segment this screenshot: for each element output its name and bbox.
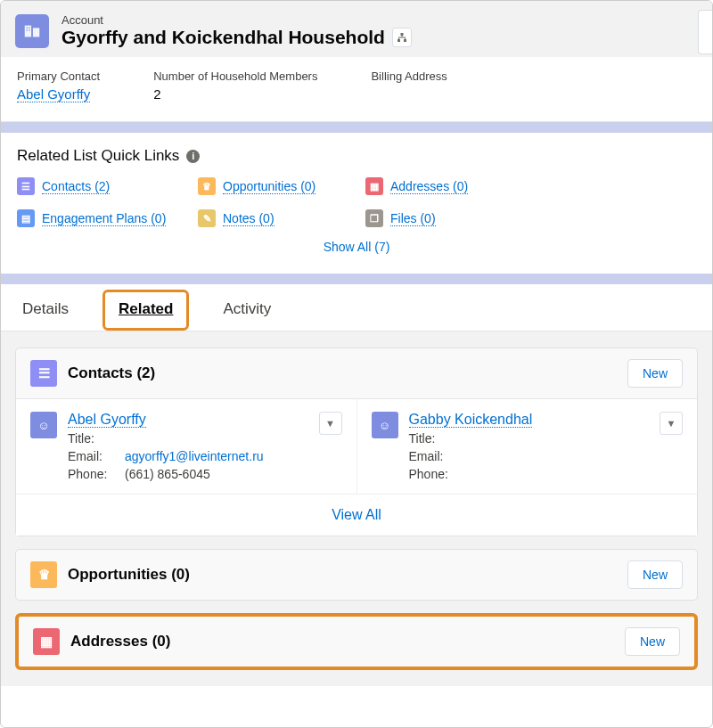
highlights-panel: Primary Contact Abel Gyorffy Number of H… [1,57,712,122]
addresses-icon: ▦ [33,628,60,655]
svg-rect-4 [27,29,28,30]
divider [1,274,712,284]
info-icon[interactable]: i [186,150,200,163]
quick-links-title: Related List Quick Links [17,147,179,165]
tab-related[interactable]: Related [111,284,180,331]
tab-bar: Details Related Activity [1,284,712,331]
view-all-contacts-link[interactable]: View All [332,507,381,522]
addresses-link[interactable]: Addresses (0) [390,179,468,194]
svg-rect-3 [29,27,29,28]
divider [1,122,712,133]
files-icon: ❐ [365,209,383,227]
members-label: Number of Household Members [153,70,317,83]
account-title: Gyorffy and Koickendhal Household [61,27,385,48]
addresses-card-title: Addresses (0) [70,633,170,650]
engagement-plans-link[interactable]: Engagement Plans (0) [42,211,166,226]
svg-rect-0 [25,25,31,37]
show-all-link[interactable]: Show All (7) [324,240,390,254]
contact-email-link[interactable]: agyorffy1@liveinternet.ru [125,449,264,463]
svg-rect-8 [404,39,406,42]
contact-card: ☺ Abel Gyorffy Title: Email:agyorffy1@li… [16,399,356,494]
svg-rect-1 [33,28,39,37]
members-value: 2 [153,86,317,102]
record-type-label: Account [61,13,412,27]
svg-rect-7 [397,39,400,42]
contacts-card: ☰ Contacts (2) New ☺ Abel Gyorffy Title:… [15,348,698,536]
primary-contact-label: Primary Contact [17,70,100,83]
contact-phone: (661) 865-6045 [125,467,210,481]
hierarchy-icon[interactable] [392,28,412,47]
header-action-button[interactable] [698,10,712,54]
opportunities-card: ♛ Opportunities (0) New [15,549,698,601]
addresses-icon: ▦ [365,177,383,195]
primary-contact-link[interactable]: Abel Gyorffy [17,86,90,102]
tab-details[interactable]: Details [15,284,76,331]
contact-icon: ☺ [372,412,398,438]
notes-link[interactable]: Notes (0) [223,211,275,226]
opportunities-icon: ♛ [30,561,57,588]
new-address-button[interactable]: New [625,627,680,656]
related-list-quick-links: Related List Quick Links i ☰Contacts (2)… [1,133,712,274]
svg-rect-2 [27,27,28,28]
opportunities-link[interactable]: Opportunities (0) [223,179,316,194]
files-link[interactable]: Files (0) [390,211,436,226]
account-header: Account Gyorffy and Koickendhal Househol… [1,1,712,57]
contact-name-link[interactable]: Abel Gyorffy [68,412,146,428]
contact-name-link[interactable]: Gabby Koickendhal [409,412,533,428]
contacts-card-title: Contacts (2) [68,364,155,382]
notes-icon: ✎ [198,209,216,227]
billing-address-label: Billing Address [371,70,447,83]
related-content: ☰ Contacts (2) New ☺ Abel Gyorffy Title:… [1,331,712,686]
tab-activity[interactable]: Activity [216,284,278,331]
row-actions-menu[interactable]: ▼ [660,412,683,435]
opportunities-icon: ♛ [198,177,216,195]
contact-card: ☺ Gabby Koickendhal Title: Email: Phone:… [356,399,698,494]
row-actions-menu[interactable]: ▼ [319,412,342,435]
new-opportunity-button[interactable]: New [627,560,683,589]
addresses-card: ▦ Addresses (0) New [15,613,698,670]
contact-icon: ☺ [30,412,57,438]
contacts-icon: ☰ [30,360,57,387]
account-icon [15,14,49,48]
svg-rect-5 [29,29,29,30]
engagement-icon: ▤ [17,209,35,227]
svg-rect-6 [400,33,403,36]
opportunities-card-title: Opportunities (0) [68,566,190,584]
contacts-icon: ☰ [17,177,35,195]
new-contact-button[interactable]: New [627,359,683,388]
contacts-link[interactable]: Contacts (2) [42,179,110,194]
